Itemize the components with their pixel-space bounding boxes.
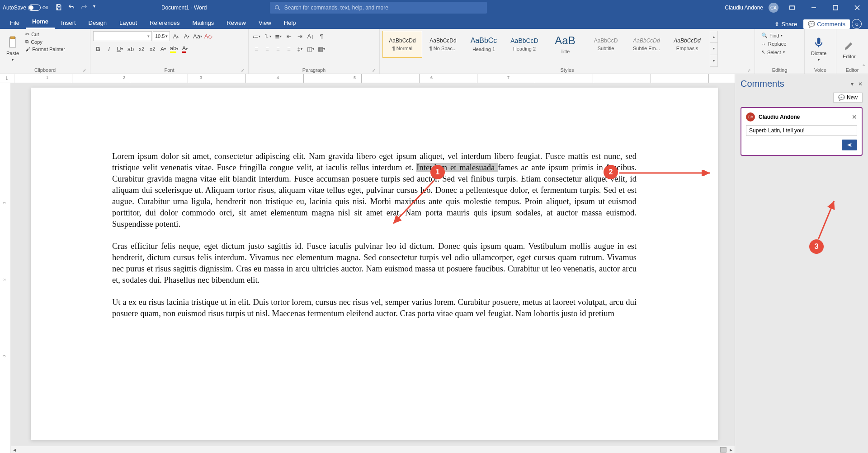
grow-font-button[interactable]: A▴: [171, 31, 181, 41]
numbering-button[interactable]: ⒈▾: [262, 31, 272, 41]
superscript-button[interactable]: x2: [147, 44, 157, 54]
tab-file[interactable]: File: [4, 17, 26, 29]
paragraph-1[interactable]: Lorem ipsum dolor sit amet, consectetur …: [112, 151, 637, 230]
align-center-button[interactable]: ≡: [262, 44, 272, 54]
paragraph-3[interactable]: Ut a ex eu risus lacinia tristique ut in…: [112, 297, 637, 319]
cut-button[interactable]: ✂Cut: [24, 31, 66, 37]
more-icon[interactable]: ▾: [710, 55, 717, 67]
line-spacing-button[interactable]: ‡▾: [295, 44, 305, 54]
underline-button[interactable]: U▾: [115, 44, 125, 54]
minimize-button[interactable]: [806, 1, 822, 14]
font-size-combo[interactable]: 10.5▾: [153, 31, 170, 41]
qat-customize-icon[interactable]: ▾: [93, 4, 95, 12]
comments-button[interactable]: 💬Comments: [803, 19, 850, 29]
search-box[interactable]: [270, 2, 487, 14]
shading-button[interactable]: ◫▾: [306, 44, 316, 54]
redo-icon[interactable]: [80, 4, 88, 12]
align-left-button[interactable]: ≡: [251, 44, 261, 54]
clipboard-launcher-icon[interactable]: ⤢: [83, 68, 86, 73]
styles-launcher-icon[interactable]: ⤢: [747, 68, 751, 73]
paste-button[interactable]: Paste ▾: [3, 31, 23, 67]
scroll-left-icon[interactable]: ◂: [11, 447, 18, 453]
share-button[interactable]: ⇪Share: [770, 19, 802, 29]
paragraph-launcher-icon[interactable]: ⤢: [372, 68, 376, 73]
highlight-button[interactable]: ab▾: [169, 44, 179, 54]
select-button[interactable]: ↖Select▾: [760, 48, 787, 56]
style-title[interactable]: AaBTitle: [545, 31, 585, 58]
align-right-button[interactable]: ≡: [273, 44, 283, 54]
bold-button[interactable]: B: [93, 44, 103, 54]
toggle-switch[interactable]: [28, 5, 41, 11]
autosave-state: Off: [42, 5, 48, 10]
maximize-button[interactable]: [827, 1, 844, 14]
dictate-button[interactable]: Dictate▾: [807, 31, 830, 67]
page[interactable]: Lorem ipsum dolor sit amet, consectetur …: [31, 88, 718, 440]
pane-close-icon[interactable]: ✕: [858, 81, 863, 87]
tab-references[interactable]: References: [143, 17, 186, 29]
style-gallery-more[interactable]: ▴▾▾: [710, 31, 718, 67]
style-normal[interactable]: AaBbCcDd¶ Normal: [382, 31, 422, 58]
new-comment-button[interactable]: 💬New: [833, 93, 863, 103]
collapse-ribbon-icon[interactable]: ˄: [859, 63, 868, 72]
comment-input[interactable]: [746, 125, 857, 136]
feedback-icon[interactable]: ☺: [852, 19, 862, 29]
copy-button[interactable]: ⧉Copy: [24, 38, 66, 45]
scroll-right-icon[interactable]: ▸: [727, 447, 735, 453]
change-case-button[interactable]: Aa▾: [193, 31, 203, 41]
close-button[interactable]: [849, 1, 865, 14]
page-canvas[interactable]: Lorem ipsum dolor sit amet, consectetur …: [11, 83, 735, 453]
paragraph-2[interactable]: Cras efficitur felis neque, eget dictum …: [112, 241, 637, 286]
format-painter-button[interactable]: 🖌Format Painter: [24, 46, 66, 52]
comment-send-button[interactable]: [842, 140, 857, 150]
vertical-ruler[interactable]: 1 2 3: [0, 83, 11, 453]
replace-button[interactable]: ↔Replace: [760, 40, 787, 47]
tab-mailings[interactable]: Mailings: [186, 17, 221, 29]
style-heading1[interactable]: AaBbCcHeading 1: [464, 31, 504, 58]
show-marks-button[interactable]: ¶: [316, 31, 326, 41]
autosave-toggle[interactable]: AutoSave Off: [3, 5, 48, 11]
undo-icon[interactable]: [68, 4, 75, 12]
tab-view[interactable]: View: [252, 17, 278, 29]
decrease-indent-button[interactable]: ⇤: [284, 31, 294, 41]
user-name[interactable]: Claudiu Andone: [725, 5, 763, 11]
font-launcher-icon[interactable]: ⤢: [241, 68, 245, 73]
font-color-button[interactable]: A▾: [180, 44, 190, 54]
style-subtle-emphasis[interactable]: AaBbCcDdSubtle Em...: [627, 31, 666, 58]
style-heading2[interactable]: AaBbCcDHeading 2: [505, 31, 544, 58]
scroll-thumb[interactable]: [720, 447, 726, 453]
horizontal-scrollbar[interactable]: ◂ ▸: [11, 446, 735, 453]
chevron-down-icon[interactable]: ▾: [710, 43, 717, 55]
editor-button[interactable]: Editor: [839, 31, 859, 67]
user-avatar[interactable]: CA: [769, 3, 778, 13]
ribbon-display-icon[interactable]: [784, 1, 800, 14]
comment-close-icon[interactable]: ✕: [852, 113, 857, 121]
justify-button[interactable]: ≡: [284, 44, 294, 54]
highlighted-text[interactable]: Interdum et malesuada: [416, 163, 498, 172]
style-emphasis[interactable]: AaBbCcDdEmphasis: [667, 31, 707, 58]
tab-layout[interactable]: Layout: [113, 17, 143, 29]
borders-button[interactable]: ▦▾: [316, 44, 326, 54]
bullets-button[interactable]: ≔▾: [251, 31, 261, 41]
tab-design[interactable]: Design: [82, 17, 113, 29]
subscript-button[interactable]: x2: [137, 44, 146, 54]
pane-options-icon[interactable]: ▾: [851, 81, 854, 87]
shrink-font-button[interactable]: A▾: [182, 31, 192, 41]
clear-formatting-button[interactable]: A◇: [203, 31, 213, 41]
sort-button[interactable]: A↓: [306, 31, 316, 41]
font-family-combo[interactable]: ▾: [93, 31, 152, 41]
strikethrough-button[interactable]: ab: [126, 44, 136, 54]
tab-home[interactable]: Home: [26, 15, 55, 29]
tab-insert[interactable]: Insert: [55, 17, 82, 29]
chevron-up-icon[interactable]: ▴: [710, 31, 717, 43]
style-subtitle[interactable]: AaBbCcDSubtitle: [586, 31, 626, 58]
search-input[interactable]: [284, 5, 483, 11]
text-effects-button[interactable]: A▾: [158, 44, 168, 54]
multilevel-button[interactable]: ≣▾: [273, 31, 283, 41]
increase-indent-button[interactable]: ⇥: [295, 31, 305, 41]
find-button[interactable]: 🔍Find▾: [760, 32, 787, 39]
style-nospacing[interactable]: AaBbCcDd¶ No Spac...: [423, 31, 463, 58]
italic-button[interactable]: I: [104, 44, 114, 54]
save-icon[interactable]: [55, 4, 62, 12]
tab-review[interactable]: Review: [220, 17, 252, 29]
tab-help[interactable]: Help: [278, 17, 302, 29]
